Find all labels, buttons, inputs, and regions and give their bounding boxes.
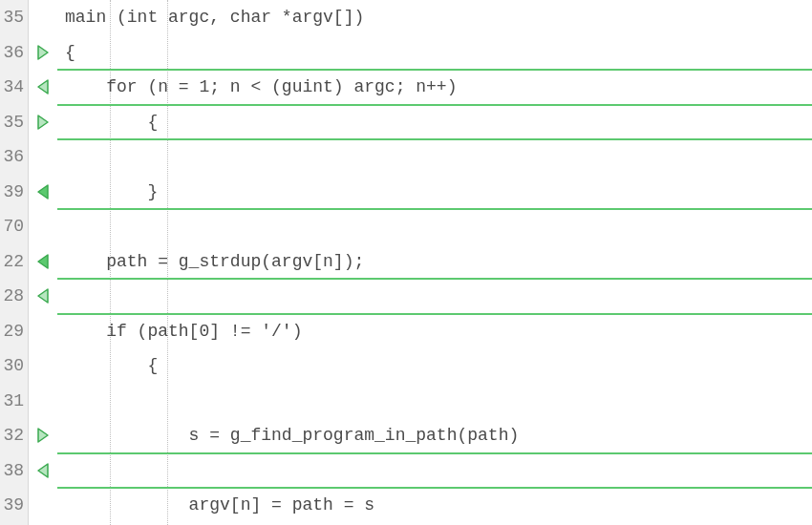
code-text[interactable]: { [57, 348, 812, 384]
code-line[interactable]: 31 [0, 384, 812, 419]
line-number: 32 [0, 418, 29, 453]
svg-marker-5 [38, 289, 48, 303]
line-number: 36 [0, 139, 29, 175]
code-text[interactable]: main (int argc, char *argv[]) [57, 0, 812, 35]
code-text[interactable]: path = g_strdup(argv[n]); [57, 244, 812, 280]
fold-divider [57, 208, 812, 210]
fold-divider [57, 138, 812, 140]
fold-gutter[interactable] [29, 418, 57, 453]
code-line[interactable]: 32 s = g_find_program_in_path(path) [0, 418, 812, 453]
svg-marker-3 [38, 185, 48, 199]
code-text[interactable] [57, 209, 812, 244]
fold-divider [57, 278, 812, 280]
fold-gutter[interactable] [29, 175, 57, 210]
fold-expand-icon [36, 428, 50, 443]
code-line[interactable]: 36 { [0, 35, 812, 71]
code-text[interactable] [57, 139, 812, 175]
code-line[interactable]: 30 { [0, 348, 812, 384]
line-number: 39 [0, 175, 29, 210]
line-number: 31 [0, 384, 29, 419]
code-line[interactable]: 28 [0, 279, 812, 314]
svg-marker-1 [38, 80, 48, 94]
line-number: 28 [0, 279, 29, 314]
code-line[interactable]: 22 path = g_strdup(argv[n]); [0, 244, 812, 280]
fold-gutter [29, 488, 57, 523]
fold-divider [57, 313, 812, 315]
fold-divider [57, 487, 812, 489]
line-number: 30 [0, 348, 29, 384]
code-line[interactable]: 39 argv[n] = path = s [0, 488, 812, 523]
fold-divider [57, 104, 812, 106]
fold-gutter[interactable] [29, 70, 57, 105]
line-number: 39 [0, 488, 29, 523]
svg-marker-0 [38, 46, 48, 59]
line-number: 70 [0, 209, 29, 244]
fold-expand-icon [36, 115, 50, 130]
svg-marker-7 [38, 464, 48, 477]
fold-gutter [29, 139, 57, 175]
code-line[interactable]: 39 } [0, 175, 812, 210]
fold-collapse-icon [36, 184, 50, 200]
code-text[interactable] [57, 453, 812, 489]
fold-collapse-icon [36, 288, 50, 304]
fold-divider [57, 452, 812, 454]
code-text[interactable] [57, 279, 812, 314]
code-text[interactable]: argv[n] = path = s [57, 488, 812, 523]
code-line[interactable]: 35main (int argc, char *argv[]) [0, 0, 812, 35]
code-text[interactable]: for (n = 1; n < (guint) argc; n++) [57, 70, 812, 105]
line-number: 38 [0, 453, 29, 489]
svg-marker-6 [38, 429, 48, 442]
code-editor[interactable]: 35main (int argc, char *argv[])36 {34 fo… [0, 0, 812, 525]
code-line[interactable]: 36 [0, 139, 812, 175]
fold-gutter[interactable] [29, 35, 57, 71]
svg-marker-4 [38, 255, 48, 268]
line-number: 22 [0, 244, 29, 280]
fold-gutter [29, 209, 57, 244]
line-number: 34 [0, 70, 29, 105]
code-line[interactable]: 38 [0, 453, 812, 489]
code-text[interactable]: if (path[0] != '/') [57, 314, 812, 349]
code-text[interactable]: { [57, 105, 812, 140]
fold-divider [57, 69, 812, 71]
code-text[interactable] [57, 384, 812, 419]
fold-gutter [29, 0, 57, 35]
fold-collapse-icon [36, 254, 50, 269]
line-number: 29 [0, 314, 29, 349]
svg-marker-2 [38, 116, 48, 129]
line-number: 35 [0, 0, 29, 35]
code-line[interactable]: 35 { [0, 105, 812, 140]
line-number: 36 [0, 35, 29, 71]
fold-gutter[interactable] [29, 279, 57, 314]
code-line[interactable]: 70 [0, 209, 812, 244]
code-line[interactable]: 29 if (path[0] != '/') [0, 314, 812, 349]
code-text[interactable]: { [57, 35, 812, 71]
fold-gutter [29, 348, 57, 384]
fold-gutter[interactable] [29, 453, 57, 489]
fold-gutter [29, 314, 57, 349]
fold-collapse-icon [36, 463, 50, 478]
line-number: 35 [0, 105, 29, 140]
code-text[interactable]: } [57, 175, 812, 210]
code-text[interactable]: s = g_find_program_in_path(path) [57, 418, 812, 453]
fold-gutter[interactable] [29, 244, 57, 280]
fold-gutter [29, 384, 57, 419]
code-line[interactable]: 34 for (n = 1; n < (guint) argc; n++) [0, 70, 812, 105]
fold-gutter[interactable] [29, 105, 57, 140]
fold-collapse-icon [36, 79, 50, 94]
fold-expand-icon [36, 45, 50, 60]
